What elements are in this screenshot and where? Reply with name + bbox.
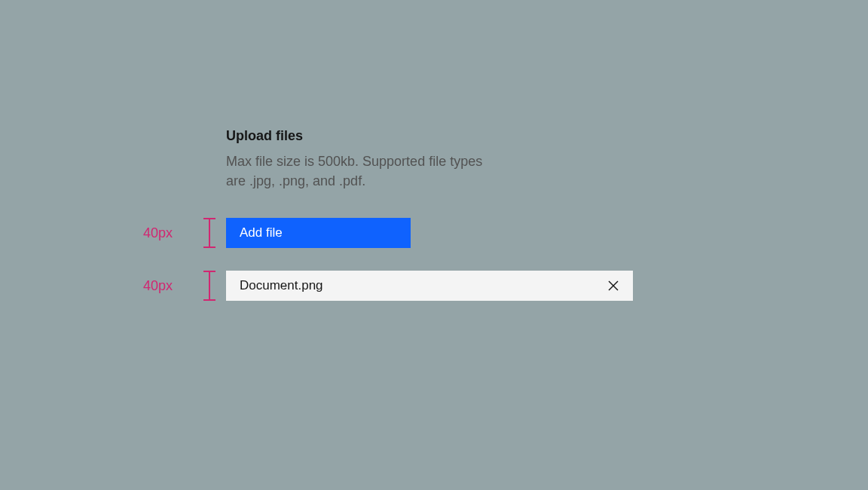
upload-title: Upload files — [226, 128, 648, 144]
uploaded-file-item: Document.png — [226, 271, 633, 301]
dimension-bracket-icon — [202, 271, 217, 301]
height-annotation-file-item: 40px — [143, 278, 173, 294]
close-icon — [608, 280, 619, 291]
add-file-button[interactable]: Add file — [226, 218, 411, 248]
remove-file-button[interactable] — [604, 277, 622, 295]
dimension-bracket-icon — [202, 218, 217, 248]
height-annotation-button: 40px — [143, 225, 173, 241]
upload-description: Max file size is 500kb. Supported file t… — [226, 152, 497, 191]
file-name: Document.png — [240, 278, 323, 293]
